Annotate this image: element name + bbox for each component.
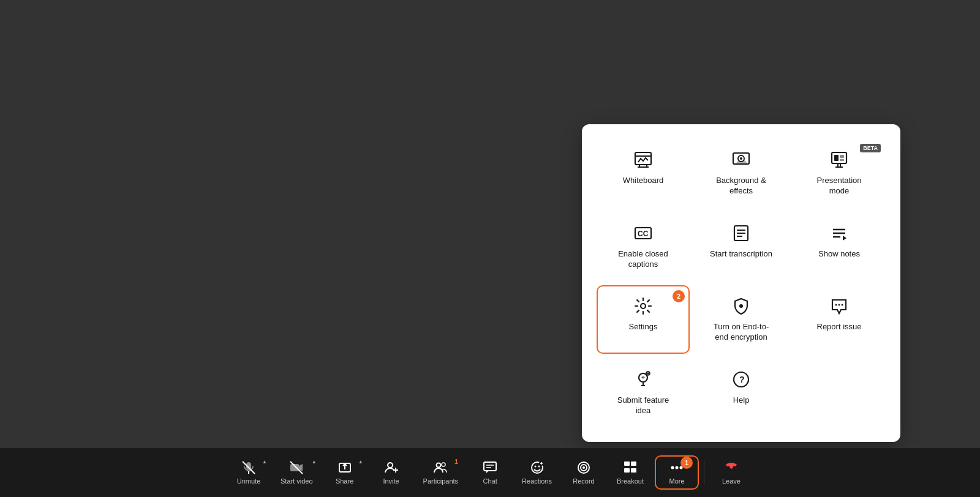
menu-item-presentation-label: Presentationmode (817, 176, 862, 196)
svg-rect-61 (624, 461, 630, 466)
toolbar-divider (704, 460, 704, 485)
whiteboard-icon (633, 150, 653, 170)
svg-point-28 (842, 304, 843, 306)
record-label: Record (573, 477, 594, 485)
start-video-chevron: ▲ (312, 459, 317, 465)
menu-item-transcription-label: Start transcription (710, 249, 772, 260)
toolbar-btn-unmute[interactable]: ▲ Unmute (227, 455, 271, 490)
menu-item-feature-label: Submit featureidea (617, 395, 669, 416)
show-notes-icon (829, 223, 849, 243)
svg-point-24 (641, 304, 646, 308)
menu-item-show-notes-label: Show notes (818, 249, 860, 260)
share-chevron: ▲ (358, 459, 363, 465)
report-issue-icon (829, 296, 849, 316)
share-label: Share (336, 477, 353, 485)
settings-icon (633, 296, 653, 316)
toolbar-btn-more[interactable]: 1 More (655, 455, 699, 490)
submit-feature-icon (633, 370, 653, 389)
share-icon (337, 460, 352, 475)
menu-item-e2e[interactable]: Turn on End-to-end encryption (695, 285, 788, 354)
menu-item-report-issue[interactable]: Report issue (793, 285, 886, 354)
start-video-label: Start video (281, 477, 313, 485)
participants-label: Participants (423, 477, 458, 485)
menu-item-report-issue-label: Report issue (817, 322, 862, 332)
closed-captions-icon: CC (633, 223, 653, 243)
menu-item-whiteboard-label: Whiteboard (623, 176, 663, 186)
menu-item-transcription[interactable]: Start transcription (695, 212, 788, 281)
breakout-icon (623, 460, 638, 475)
menu-item-settings[interactable]: 2 Settings (597, 285, 690, 354)
background-effects-icon (731, 150, 751, 170)
settings-badge: 2 (673, 290, 685, 302)
unmute-icon (241, 460, 256, 475)
more-popup-menu: Whiteboard Background &effects BETA Pres… (582, 124, 900, 442)
svg-point-60 (582, 466, 585, 469)
svg-rect-64 (631, 468, 636, 473)
menu-item-show-notes[interactable]: Show notes (793, 212, 886, 281)
svg-point-7 (740, 157, 742, 160)
toolbar-btn-start-video[interactable]: ▲ Start video (273, 455, 320, 490)
leave-label: Leave (722, 477, 741, 485)
svg-rect-9 (834, 155, 839, 161)
menu-item-bg-label: Background &effects (716, 176, 766, 196)
more-label: More (669, 477, 684, 485)
toolbar-btn-share[interactable]: ▲ Share (323, 455, 367, 490)
toolbar-btn-leave[interactable]: Leave (709, 455, 753, 490)
svg-point-66 (676, 466, 679, 469)
e2e-encryption-icon (731, 296, 751, 316)
svg-text:?: ? (739, 375, 745, 384)
toolbar: ▲ Unmute ▲ Start video ▲ Share (0, 448, 980, 497)
leave-phone-icon (724, 460, 739, 475)
svg-point-48 (442, 463, 445, 466)
reactions-label: Reactions (522, 477, 552, 485)
invite-label: Invite (383, 477, 399, 485)
toolbar-btn-invite[interactable]: Invite (369, 455, 413, 490)
svg-point-65 (671, 466, 674, 469)
menu-item-help-label: Help (733, 395, 750, 406)
more-badge: 1 (680, 457, 693, 469)
unmute-chevron: ▲ (262, 459, 267, 465)
menu-item-presentation-mode[interactable]: BETA Presentationmode (793, 139, 886, 207)
presentation-mode-icon (829, 150, 849, 170)
chat-label: Chat (483, 477, 497, 485)
svg-rect-62 (631, 461, 636, 466)
svg-rect-8 (832, 152, 846, 163)
transcription-icon (731, 223, 751, 243)
participants-badge: 1 (454, 458, 458, 465)
menu-item-settings-label: Settings (629, 322, 658, 332)
breakout-label: Breakout (617, 477, 644, 485)
menu-item-captions-label: Enable closedcaptions (618, 249, 668, 270)
start-video-icon (289, 460, 304, 475)
menu-item-help[interactable]: ? Help (695, 359, 788, 427)
toolbar-btn-breakout[interactable]: Breakout (608, 455, 652, 490)
chat-icon (483, 460, 497, 475)
menu-item-background-effects[interactable]: Background &effects (695, 139, 788, 207)
svg-rect-11 (840, 159, 844, 161)
beta-badge: BETA (860, 144, 881, 152)
svg-rect-49 (484, 462, 496, 471)
svg-rect-63 (624, 468, 630, 473)
toolbar-btn-record[interactable]: Record (562, 455, 606, 490)
menu-item-e2e-label: Turn on End-to-end encryption (714, 322, 769, 343)
svg-point-47 (437, 463, 441, 468)
svg-point-25 (739, 304, 743, 308)
reactions-icon (530, 460, 545, 475)
svg-text:CC: CC (638, 230, 649, 238)
help-icon: ? (731, 370, 751, 389)
participants-icon (433, 460, 448, 475)
svg-point-26 (835, 304, 837, 306)
menu-item-whiteboard[interactable]: Whiteboard (597, 139, 690, 207)
svg-rect-0 (635, 152, 651, 165)
menu-item-submit-feature[interactable]: Submit featureidea (597, 359, 690, 427)
toolbar-btn-chat[interactable]: Chat (468, 455, 512, 490)
toolbar-btn-reactions[interactable]: Reactions (514, 455, 559, 490)
svg-point-54 (538, 466, 540, 468)
record-icon (576, 460, 591, 475)
invite-icon (384, 460, 399, 475)
unmute-label: Unmute (237, 477, 261, 485)
menu-item-closed-captions[interactable]: CC Enable closedcaptions (597, 212, 690, 281)
toolbar-btn-participants[interactable]: 1 Participants (416, 455, 466, 490)
svg-rect-10 (840, 155, 844, 158)
svg-point-27 (839, 304, 840, 306)
svg-point-53 (534, 466, 536, 468)
